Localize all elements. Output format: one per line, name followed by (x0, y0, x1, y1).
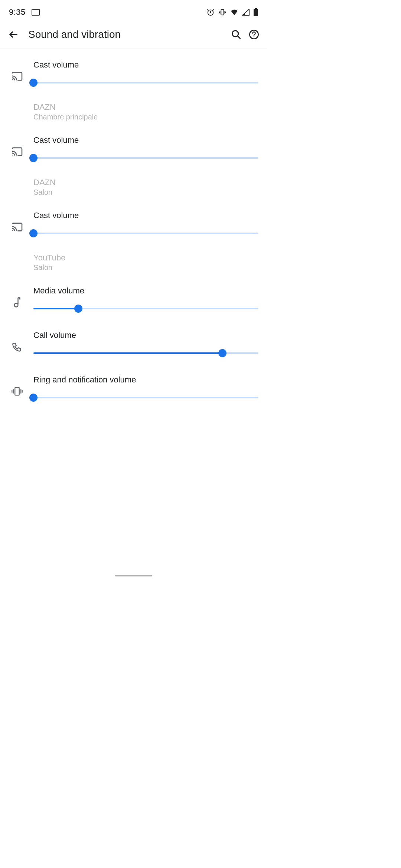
cast-volume-item-1: Cast volume (0, 58, 267, 88)
slider-label: Cast volume (33, 211, 258, 220)
cast-icon (4, 64, 30, 81)
media-volume-item: Media volume (0, 284, 267, 313)
status-left: 9:35 (9, 7, 40, 17)
vibrate-status-icon (218, 8, 226, 16)
cast-volume-slider-2[interactable] (33, 155, 258, 161)
page-title: Sound and vibration (28, 29, 227, 40)
help-icon (249, 29, 259, 40)
battery-status-icon (253, 8, 258, 16)
cast-connected-status-icon (31, 9, 40, 16)
cast-app-name: DAZN (33, 102, 267, 112)
slider-label: Cast volume (33, 60, 258, 70)
cast-app-name: DAZN (33, 178, 267, 187)
call-volume-slider[interactable] (33, 351, 258, 356)
svg-point-10 (12, 230, 13, 231)
svg-point-8 (12, 79, 13, 80)
app-bar: Sound and vibration (0, 20, 267, 49)
svg-point-11 (14, 303, 18, 307)
cast-volume-slider-3[interactable] (33, 231, 258, 236)
wifi-status-icon (230, 9, 238, 16)
cast-device-name: Chambre principale (33, 113, 267, 121)
settings-content: Cast volume DAZN Chambre principale Cast… (0, 49, 267, 417)
cast-info-3: YouTube Salon (0, 253, 267, 284)
svg-rect-4 (255, 8, 257, 9)
ring-volume-item: Ring and notification volume (0, 373, 267, 402)
help-button[interactable] (245, 26, 263, 43)
cellular-status-icon (242, 9, 250, 16)
search-button[interactable] (227, 26, 245, 43)
svg-rect-0 (32, 9, 39, 15)
slider-label: Cast volume (33, 135, 258, 145)
cast-app-name: YouTube (33, 253, 267, 263)
call-volume-item: Call volume (0, 328, 267, 358)
status-right (206, 8, 258, 16)
arrow-left-icon (8, 29, 19, 40)
nav-handle[interactable] (115, 575, 152, 576)
alarm-status-icon (206, 8, 215, 16)
svg-point-7 (254, 36, 254, 37)
status-time: 9:35 (9, 7, 26, 17)
cast-volume-item-3: Cast volume (0, 208, 267, 238)
music-note-icon (4, 289, 30, 308)
cast-device-name: Salon (33, 263, 267, 272)
phone-icon (4, 334, 30, 352)
cast-volume-item-2: Cast volume (0, 133, 267, 163)
ring-volume-slider[interactable] (33, 395, 258, 400)
status-bar: 9:35 (0, 0, 267, 20)
slider-label: Ring and notification volume (33, 375, 258, 385)
svg-rect-12 (15, 388, 19, 395)
vibrate-icon (4, 379, 30, 396)
cast-info-1: DAZN Chambre principale (0, 102, 267, 133)
cast-icon (4, 139, 30, 157)
slider-label: Call volume (33, 331, 258, 340)
svg-point-9 (12, 155, 13, 156)
cast-icon (4, 215, 30, 232)
cast-device-name: Salon (33, 188, 267, 197)
back-button[interactable] (4, 26, 22, 43)
slider-label: Media volume (33, 286, 258, 296)
svg-rect-3 (254, 9, 258, 16)
search-icon (231, 29, 241, 40)
media-volume-slider[interactable] (33, 306, 258, 311)
cast-volume-slider-1[interactable] (33, 80, 258, 85)
svg-rect-2 (221, 10, 224, 15)
cast-info-2: DAZN Salon (0, 178, 267, 208)
